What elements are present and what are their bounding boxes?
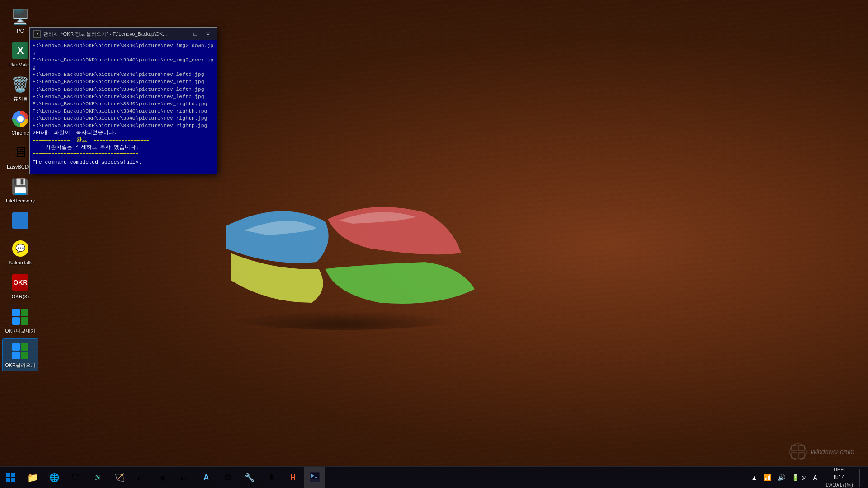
kakaotalk-icon-label: KakaoTalk bbox=[9, 260, 32, 266]
cmd-titlebar[interactable]: ▪ 관리자: *OKR 정보 불러오기* - F:\Lenovo_Backup\… bbox=[30, 28, 217, 40]
taskbar: 📁 🌐 🛡 N 🏹 🖊 ◈ 🗂 A ⚙ 🔧 bbox=[0, 466, 868, 488]
desktop-icon-filerecovery[interactable]: 💾 FileRecovery bbox=[2, 174, 38, 206]
pc-icon: 🖥️ bbox=[11, 7, 30, 26]
tray-volume[interactable]: 🔊 bbox=[776, 473, 787, 482]
okr-x-icon-label: OKR(X) bbox=[12, 294, 29, 300]
taskbar-icon-inkscape[interactable]: 🖊 bbox=[130, 467, 152, 488]
taskbar-icon-app5[interactable]: 🏹 bbox=[108, 467, 130, 488]
svg-rect-8 bbox=[6, 478, 10, 482]
cmd-window-icon: ▪ bbox=[33, 30, 41, 38]
desktop-icon-kakaotalk[interactable]: 💬 KakaoTalk bbox=[2, 236, 38, 268]
svg-point-0 bbox=[226, 303, 461, 330]
okr-x-icon: OKR bbox=[11, 273, 30, 292]
blue-square-icon bbox=[11, 211, 30, 230]
cmd-title-text: 관리자: *OKR 정보 불러오기* - F:\Lenovo_Backup\OK… bbox=[43, 31, 175, 38]
filerecovery-icon-label: FileRecovery bbox=[6, 198, 35, 204]
cmd-maximize-button[interactable]: □ bbox=[190, 29, 200, 38]
svg-point-1 bbox=[790, 444, 806, 460]
cmd-content[interactable]: F:\Lenovo_Backup\OKR\picture\3840\pictur… bbox=[30, 40, 217, 174]
desktop-icon-blue[interactable] bbox=[2, 208, 38, 235]
start-button[interactable] bbox=[0, 467, 22, 488]
okr-import-icon bbox=[11, 342, 30, 361]
windows-forum-logo bbox=[789, 443, 807, 461]
trash-icon: 🗑️ bbox=[11, 75, 30, 94]
cmd-close-button[interactable]: ✕ bbox=[203, 29, 213, 38]
taskbar-icon-explorer2[interactable]: 🗂 bbox=[174, 467, 195, 488]
taskbar-icon-browser[interactable]: 🌐 bbox=[43, 467, 65, 488]
tray-battery[interactable]: 🔋 34 bbox=[790, 473, 808, 482]
kakaotalk-icon: 💬 bbox=[11, 239, 30, 258]
taskbar-tray: ▲ 📶 🔊 🔋 34 A UEFI 8:14 19/10/17(목) bbox=[750, 465, 868, 488]
easybcd-icon: 🖥 bbox=[11, 143, 30, 162]
windows-logo bbox=[199, 154, 488, 334]
pc-icon-label: PC bbox=[17, 28, 24, 34]
okr-import-icon-label: OKR불러오기 bbox=[5, 362, 36, 368]
taskbar-icon-app11[interactable]: 🔧 bbox=[239, 467, 260, 488]
uefi-label: UEFI bbox=[834, 466, 845, 473]
clock-area[interactable]: UEFI 8:14 19/10/17(목) bbox=[822, 465, 857, 488]
desktop: 🖥️ PC X PlanMaker 🗑️ 휴지통 Chrome 🖥 EasyBC… bbox=[0, 0, 868, 488]
okr-export-icon bbox=[11, 307, 30, 326]
tray-network[interactable]: 📶 bbox=[762, 473, 773, 482]
watermark: WindowsForum bbox=[789, 443, 854, 461]
taskbar-icon-translate[interactable]: A bbox=[195, 467, 217, 488]
planmaker-icon: X bbox=[11, 41, 30, 60]
battery-percent: 34 bbox=[801, 475, 807, 481]
cmd-window: ▪ 관리자: *OKR 정보 불러오기* - F:\Lenovo_Backup\… bbox=[29, 27, 217, 174]
filerecovery-icon: 💾 bbox=[11, 177, 30, 196]
tray-keyboard[interactable]: A bbox=[811, 473, 819, 482]
svg-rect-7 bbox=[11, 473, 15, 477]
clock-date: 19/10/17(목) bbox=[826, 482, 853, 488]
show-desktop-button[interactable] bbox=[859, 469, 863, 487]
planmaker-icon-label: PlanMaker bbox=[9, 62, 33, 68]
chrome-icon-label: Chrome bbox=[11, 130, 29, 136]
desktop-icon-okr-export[interactable]: OKR내보내기 bbox=[2, 305, 38, 337]
taskbar-icon-filezilla[interactable]: ⬆ bbox=[260, 467, 282, 488]
okr-export-icon-label: OKR내보내기 bbox=[5, 328, 36, 334]
taskbar-icon-shield[interactable]: 🛡 bbox=[65, 467, 87, 488]
taskbar-icon-handbrake[interactable]: H bbox=[282, 467, 304, 488]
desktop-icon-okr-x[interactable]: OKR OKR(X) bbox=[2, 270, 38, 302]
watermark-text: WindowsForum bbox=[811, 448, 854, 455]
tray-show-hidden[interactable]: ▲ bbox=[750, 473, 760, 482]
taskbar-icon-app7[interactable]: ◈ bbox=[152, 467, 174, 488]
taskbar-icon-file-explorer[interactable]: 📁 bbox=[22, 467, 43, 488]
taskbar-icon-notepadpp[interactable]: N bbox=[87, 467, 108, 488]
trash-icon-label: 휴지통 bbox=[13, 96, 28, 102]
desktop-icon-okr-import[interactable]: OKR불러오기 bbox=[2, 338, 38, 371]
clock-time: 8:14 bbox=[834, 473, 845, 481]
taskbar-icon-app10[interactable]: ⚙ bbox=[217, 467, 239, 488]
cmd-minimize-button[interactable]: ─ bbox=[178, 29, 188, 38]
svg-rect-6 bbox=[6, 473, 10, 477]
chrome-icon bbox=[11, 109, 30, 128]
svg-rect-9 bbox=[11, 478, 15, 482]
battery-level: 🔋 bbox=[792, 474, 799, 481]
taskbar-icon-cmd[interactable] bbox=[304, 467, 326, 488]
svg-rect-13 bbox=[315, 477, 317, 478]
